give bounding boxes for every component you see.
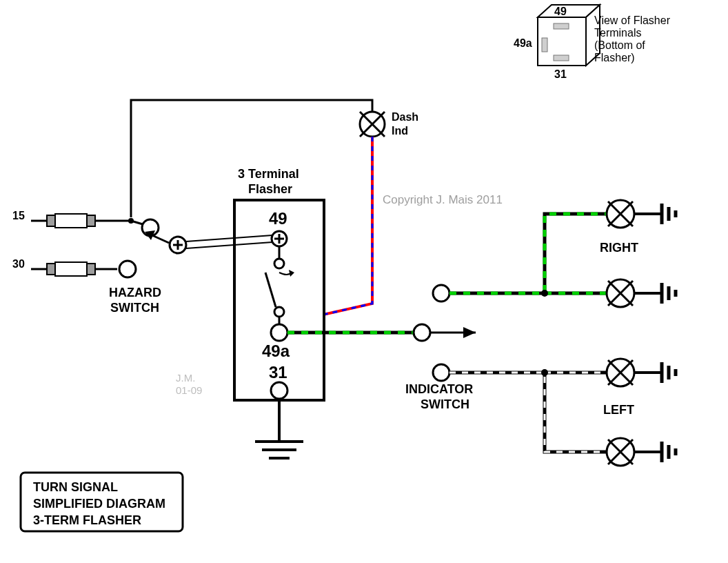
svg-point-51 — [433, 285, 449, 302]
legend-line4: Flasher) — [594, 52, 635, 63]
lamp-left-front — [607, 359, 676, 386]
left-label: LEFT — [603, 403, 634, 417]
lamps — [607, 200, 676, 466]
svg-point-54 — [541, 369, 548, 376]
term-49a: 49a — [262, 342, 290, 360]
svg-rect-33 — [55, 262, 87, 276]
legend-line1: View of Flasher — [594, 14, 671, 26]
svg-marker-50 — [463, 327, 476, 338]
jm-1: J.M. — [176, 372, 195, 384]
title-box: TURN SIGNAL SIMPLIFIED DIAGRAM 3-TERM FL… — [21, 473, 183, 531]
svg-point-14 — [274, 259, 284, 268]
svg-point-20 — [271, 382, 287, 399]
svg-point-17 — [274, 307, 284, 317]
indicator-label-2: SWITCH — [421, 397, 469, 411]
lamp-right-rear — [607, 279, 676, 307]
svg-point-48 — [414, 324, 430, 341]
flasher-legend: 49 49a 31 View of Flasher Terminals (Bot… — [514, 5, 671, 80]
svg-rect-26 — [47, 215, 55, 226]
svg-rect-34 — [87, 264, 95, 275]
right-label: RIGHT — [600, 241, 638, 255]
lamp-right-front — [607, 200, 676, 228]
svg-point-19 — [271, 324, 287, 341]
svg-rect-4 — [542, 38, 547, 52]
copyright: Copyright J. Mais 2011 — [383, 193, 503, 206]
legend-t49a: 49a — [514, 37, 532, 49]
flasher-title-1: 3 Terminal — [238, 167, 299, 181]
svg-point-36 — [119, 261, 136, 277]
fuse-15: 15 — [12, 210, 134, 228]
indicator-switch: INDICATOR SWITCH — [405, 285, 473, 411]
lamp-left-rear — [607, 438, 676, 466]
dash-label-2: Ind — [392, 125, 408, 137]
svg-rect-5 — [554, 55, 569, 61]
legend-line3: (Bottom of — [594, 39, 645, 51]
svg-rect-32 — [47, 264, 55, 275]
title-2: SIMPLIFIED DIAGRAM — [33, 497, 165, 511]
jm-2: 01-09 — [176, 384, 202, 396]
term-49: 49 — [269, 209, 287, 228]
svg-rect-3 — [554, 23, 569, 29]
legend-t31: 31 — [554, 68, 567, 80]
flasher-title-2: Flasher — [248, 182, 292, 196]
svg-point-52 — [433, 364, 449, 381]
label-30: 30 — [12, 258, 25, 270]
left-branch: LEFT — [449, 369, 634, 452]
hazard-label-2: SWITCH — [110, 301, 159, 315]
hazard-label-1: HAZARD — [109, 286, 161, 299]
flasher-ground — [255, 400, 303, 458]
title-1: TURN SIGNAL — [33, 480, 118, 494]
fuse-30: 30 — [12, 258, 136, 277]
legend-line2: Terminals — [594, 27, 641, 39]
svg-point-53 — [541, 290, 548, 297]
term-31: 31 — [269, 363, 287, 382]
label-15: 15 — [12, 210, 25, 221]
dash-indicator-lamp: Dash Ind — [360, 111, 418, 137]
svg-rect-27 — [55, 214, 87, 228]
svg-rect-28 — [87, 215, 95, 226]
indicator-label-1: INDICATOR — [405, 382, 473, 396]
flasher-box: 3 Terminal Flasher 49 49a 31 — [234, 167, 324, 400]
dash-label-1: Dash — [392, 111, 418, 123]
title-3: 3-TERM FLASHER — [33, 513, 141, 527]
legend-t49: 49 — [554, 6, 567, 17]
